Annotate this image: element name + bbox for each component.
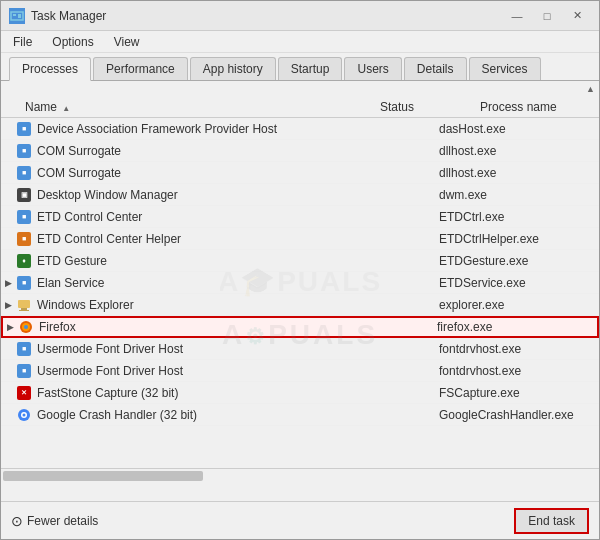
- process-icon: ♦: [15, 253, 33, 269]
- title-bar: Task Manager — □ ✕: [1, 1, 599, 31]
- svg-rect-1: [13, 14, 16, 16]
- process-icon: ■: [15, 209, 33, 225]
- table-row[interactable]: ■ ETD Control Center ETDCtrl.exe: [1, 206, 599, 228]
- process-name: ETD Gesture: [37, 254, 339, 268]
- svg-rect-0: [11, 12, 23, 20]
- process-icon: [15, 407, 33, 423]
- close-button[interactable]: ✕: [563, 6, 591, 26]
- table-row[interactable]: Google Crash Handler (32 bit) GoogleCras…: [1, 404, 599, 426]
- process-table[interactable]: A🎓PUALS A⚙PUALS ■ Device Association Fra…: [1, 118, 599, 468]
- process-name: Usermode Font Driver Host: [37, 364, 339, 378]
- process-exe: fontdrvhost.exe: [439, 342, 599, 356]
- scroll-up-area: ▲: [1, 81, 599, 97]
- process-icon: ■: [15, 341, 33, 357]
- process-exe: ETDService.exe: [439, 276, 599, 290]
- table-row[interactable]: ■ Usermode Font Driver Host fontdrvhost.…: [1, 360, 599, 382]
- table-row[interactable]: ■ Device Association Framework Provider …: [1, 118, 599, 140]
- sort-arrow: ▲: [62, 104, 70, 113]
- window-controls: — □ ✕: [503, 6, 591, 26]
- process-exe: fontdrvhost.exe: [439, 364, 599, 378]
- process-exe: ETDCtrl.exe: [439, 210, 599, 224]
- process-exe: dllhost.exe: [439, 166, 599, 180]
- col-header-process[interactable]: Process name: [480, 100, 599, 114]
- process-name: Google Crash Handler (32 bit): [37, 408, 339, 422]
- process-icon: ■: [15, 121, 33, 137]
- process-icon: ✕: [15, 385, 33, 401]
- table-row[interactable]: ■ Usermode Font Driver Host fontdrvhost.…: [1, 338, 599, 360]
- process-name: COM Surrogate: [37, 166, 339, 180]
- tab-users[interactable]: Users: [344, 57, 401, 80]
- process-name: Elan Service: [37, 276, 339, 290]
- table-row[interactable]: ✕ FastStone Capture (32 bit) FSCapture.e…: [1, 382, 599, 404]
- svg-rect-6: [19, 310, 29, 311]
- process-icon: ■: [15, 231, 33, 247]
- process-exe: dwm.exe: [439, 188, 599, 202]
- tab-processes[interactable]: Processes: [9, 57, 91, 81]
- table-row-firefox[interactable]: ▶ Firefox firefox.exe: [1, 316, 599, 338]
- tab-startup[interactable]: Startup: [278, 57, 343, 80]
- horizontal-scrollbar[interactable]: [1, 468, 599, 482]
- process-icon: ▣: [15, 187, 33, 203]
- table-header: Name ▲ Status Process name: [1, 97, 599, 118]
- tab-app-history[interactable]: App history: [190, 57, 276, 80]
- process-name: Desktop Window Manager: [37, 188, 339, 202]
- table-row[interactable]: ▶ ■ Elan Service ETDService.exe: [1, 272, 599, 294]
- process-icon: [15, 297, 33, 313]
- table-row[interactable]: ■ COM Surrogate dllhost.exe: [1, 162, 599, 184]
- tab-details[interactable]: Details: [404, 57, 467, 80]
- tab-bar: Processes Performance App history Startu…: [1, 53, 599, 81]
- title-bar-left: Task Manager: [9, 8, 106, 24]
- tab-services[interactable]: Services: [469, 57, 541, 80]
- app-icon: [9, 8, 25, 24]
- task-manager-window: Task Manager — □ ✕ File Options View Pro…: [0, 0, 600, 540]
- minimize-button[interactable]: —: [503, 6, 531, 26]
- col-header-name[interactable]: Name ▲: [15, 100, 380, 114]
- process-name: Firefox: [39, 320, 337, 334]
- process-name: Windows Explorer: [37, 298, 339, 312]
- process-name: FastStone Capture (32 bit): [37, 386, 339, 400]
- menu-options[interactable]: Options: [44, 33, 101, 51]
- table-row[interactable]: ♦ ETD Gesture ETDGesture.exe: [1, 250, 599, 272]
- fewer-details-label: Fewer details: [27, 514, 98, 528]
- process-icon: ■: [15, 363, 33, 379]
- fewer-details-button[interactable]: ⊙ Fewer details: [11, 513, 98, 529]
- tab-performance[interactable]: Performance: [93, 57, 188, 80]
- process-icon: ■: [15, 165, 33, 181]
- process-exe: GoogleCrashHandler.exe: [439, 408, 599, 422]
- table-row[interactable]: ▶ Windows Explorer explorer.exe: [1, 294, 599, 316]
- main-content: ▲ Name ▲ Status Process name A🎓PUALS A⚙P…: [1, 81, 599, 501]
- footer: ⊙ Fewer details End task: [1, 501, 599, 539]
- process-name: ETD Control Center: [37, 210, 339, 224]
- svg-rect-5: [21, 308, 27, 310]
- h-scroll-thumb[interactable]: [3, 471, 203, 481]
- svg-rect-4: [18, 300, 30, 308]
- table-row[interactable]: ▣ Desktop Window Manager dwm.exe: [1, 184, 599, 206]
- process-exe: explorer.exe: [439, 298, 599, 312]
- process-name: COM Surrogate: [37, 144, 339, 158]
- svg-point-9: [24, 325, 28, 329]
- firefox-icon: [17, 319, 35, 335]
- process-exe: ETDCtrlHelper.exe: [439, 232, 599, 246]
- menu-view[interactable]: View: [106, 33, 148, 51]
- table-row[interactable]: ■ COM Surrogate dllhost.exe: [1, 140, 599, 162]
- process-exe: dasHost.exe: [439, 122, 599, 136]
- table-row[interactable]: ■ ETD Control Center Helper ETDCtrlHelpe…: [1, 228, 599, 250]
- menu-file[interactable]: File: [5, 33, 40, 51]
- process-exe: firefox.exe: [437, 320, 597, 334]
- expand-icon: ▶: [3, 322, 17, 332]
- scroll-up-arrow: ▲: [586, 84, 595, 94]
- window-title: Task Manager: [31, 9, 106, 23]
- svg-point-12: [23, 413, 26, 416]
- svg-rect-2: [18, 14, 21, 18]
- expand-icon: ▶: [1, 300, 15, 310]
- fewer-details-icon: ⊙: [11, 513, 23, 529]
- menu-bar: File Options View: [1, 31, 599, 53]
- process-name: ETD Control Center Helper: [37, 232, 339, 246]
- end-task-button[interactable]: End task: [514, 508, 589, 534]
- process-name: Device Association Framework Provider Ho…: [37, 122, 339, 136]
- process-exe: dllhost.exe: [439, 144, 599, 158]
- col-header-status[interactable]: Status: [380, 100, 480, 114]
- process-icon: ■: [15, 275, 33, 291]
- maximize-button[interactable]: □: [533, 6, 561, 26]
- process-exe: FSCapture.exe: [439, 386, 599, 400]
